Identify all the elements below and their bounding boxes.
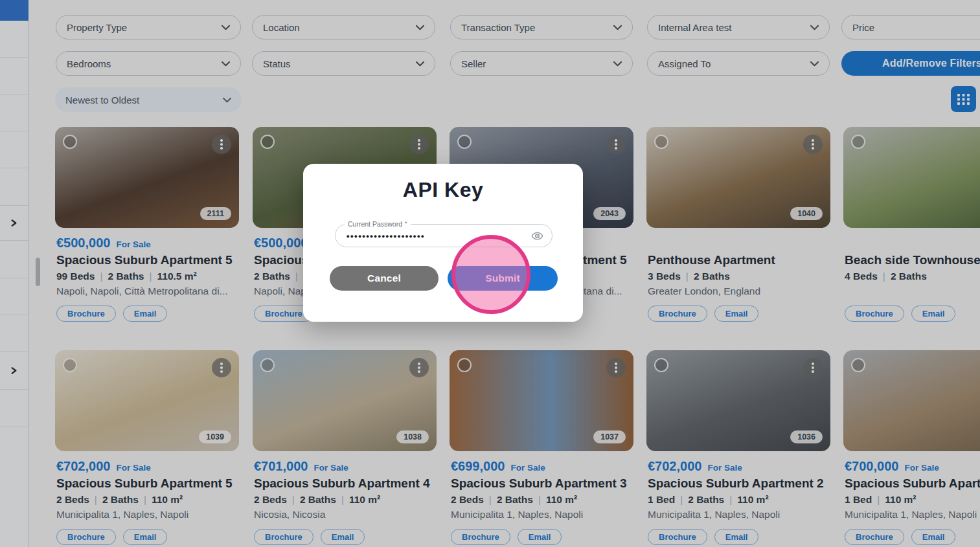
toggle-password-visibility-icon[interactable] (531, 230, 543, 242)
api-key-dialog: API Key Current Password* ••••••••••••••… (303, 164, 583, 322)
password-masked-value: •••••••••••••••••••• (347, 231, 425, 241)
dialog-title: API Key (303, 178, 583, 202)
current-password-field[interactable]: Current Password* •••••••••••••••••••• (335, 224, 553, 247)
cancel-button[interactable]: Cancel (330, 266, 439, 291)
required-marker: * (405, 220, 407, 227)
field-label: Current Password* (345, 220, 411, 228)
click-highlight (451, 235, 530, 314)
